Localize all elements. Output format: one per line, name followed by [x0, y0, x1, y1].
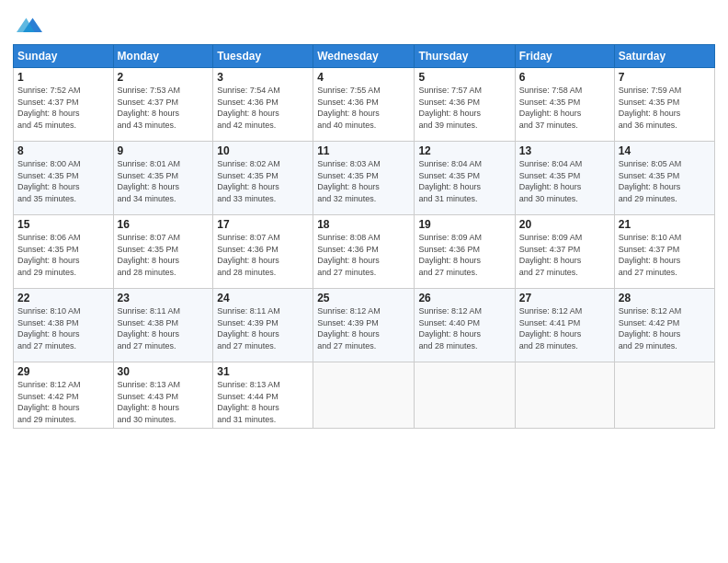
day-info: Sunrise: 8:04 AM Sunset: 4:35 PM Dayligh… [418, 158, 510, 204]
calendar-cell [515, 362, 614, 429]
calendar-cell: 20Sunrise: 8:09 AM Sunset: 4:37 PM Dayli… [515, 215, 614, 289]
day-info: Sunrise: 8:12 AM Sunset: 4:41 PM Dayligh… [519, 305, 610, 351]
day-number: 7 [619, 71, 711, 84]
calendar-cell: 14Sunrise: 8:05 AM Sunset: 4:35 PM Dayli… [614, 142, 714, 215]
calendar-cell: 5Sunrise: 7:57 AM Sunset: 4:36 PM Daylig… [415, 68, 515, 142]
calendar-cell: 28Sunrise: 8:12 AM Sunset: 4:42 PM Dayli… [614, 289, 714, 362]
weekday-header-friday: Friday [515, 45, 614, 68]
calendar-cell: 15Sunrise: 8:06 AM Sunset: 4:35 PM Dayli… [14, 215, 114, 289]
day-info: Sunrise: 8:11 AM Sunset: 4:39 PM Dayligh… [217, 305, 309, 351]
calendar-cell: 31Sunrise: 8:13 AM Sunset: 4:44 PM Dayli… [213, 362, 313, 429]
calendar-cell [313, 362, 415, 429]
day-info: Sunrise: 8:06 AM Sunset: 4:35 PM Dayligh… [17, 232, 109, 278]
day-number: 17 [217, 218, 309, 231]
calendar-cell: 16Sunrise: 8:07 AM Sunset: 4:35 PM Dayli… [113, 215, 213, 289]
day-info: Sunrise: 8:12 AM Sunset: 4:42 PM Dayligh… [17, 379, 109, 425]
weekday-header-tuesday: Tuesday [213, 45, 313, 68]
calendar-cell: 22Sunrise: 8:10 AM Sunset: 4:38 PM Dayli… [14, 289, 114, 362]
day-number: 4 [317, 71, 410, 84]
day-number: 12 [418, 144, 510, 157]
logo [13, 13, 42, 39]
day-info: Sunrise: 8:13 AM Sunset: 4:43 PM Dayligh… [118, 379, 210, 425]
calendar-cell: 29Sunrise: 8:12 AM Sunset: 4:42 PM Dayli… [14, 362, 114, 429]
calendar-cell: 23Sunrise: 8:11 AM Sunset: 4:38 PM Dayli… [113, 289, 213, 362]
calendar-cell: 27Sunrise: 8:12 AM Sunset: 4:41 PM Dayli… [515, 289, 614, 362]
calendar-cell: 21Sunrise: 8:10 AM Sunset: 4:37 PM Dayli… [614, 215, 714, 289]
day-number: 25 [317, 292, 410, 304]
day-number: 29 [17, 365, 109, 378]
day-number: 5 [418, 71, 510, 84]
day-number: 11 [317, 144, 410, 157]
calendar-cell: 13Sunrise: 8:04 AM Sunset: 4:35 PM Dayli… [515, 142, 614, 215]
day-number: 1 [17, 71, 109, 84]
day-info: Sunrise: 8:13 AM Sunset: 4:44 PM Dayligh… [217, 379, 309, 425]
calendar-cell: 10Sunrise: 8:02 AM Sunset: 4:35 PM Dayli… [213, 142, 313, 215]
day-number: 23 [118, 292, 210, 304]
calendar-cell: 7Sunrise: 7:59 AM Sunset: 4:35 PM Daylig… [614, 68, 714, 142]
day-number: 10 [217, 144, 309, 157]
calendar-cell: 12Sunrise: 8:04 AM Sunset: 4:35 PM Dayli… [415, 142, 515, 215]
day-info: Sunrise: 8:01 AM Sunset: 4:35 PM Dayligh… [118, 158, 210, 204]
day-info: Sunrise: 7:53 AM Sunset: 4:37 PM Dayligh… [118, 85, 210, 131]
day-info: Sunrise: 8:02 AM Sunset: 4:35 PM Dayligh… [217, 158, 309, 204]
day-info: Sunrise: 8:11 AM Sunset: 4:38 PM Dayligh… [118, 305, 210, 351]
day-number: 24 [217, 292, 309, 304]
calendar-cell: 2Sunrise: 7:53 AM Sunset: 4:37 PM Daylig… [113, 68, 213, 142]
calendar-cell: 4Sunrise: 7:55 AM Sunset: 4:36 PM Daylig… [313, 68, 415, 142]
day-number: 13 [519, 144, 610, 157]
day-number: 19 [418, 218, 510, 231]
day-number: 30 [118, 365, 210, 378]
weekday-header-monday: Monday [113, 45, 213, 68]
logo-icon [17, 13, 42, 39]
day-info: Sunrise: 8:10 AM Sunset: 4:37 PM Dayligh… [619, 232, 711, 278]
calendar-cell: 3Sunrise: 7:54 AM Sunset: 4:36 PM Daylig… [213, 68, 313, 142]
calendar-cell: 8Sunrise: 8:00 AM Sunset: 4:35 PM Daylig… [14, 142, 114, 215]
day-info: Sunrise: 7:57 AM Sunset: 4:36 PM Dayligh… [418, 85, 510, 131]
day-number: 6 [519, 71, 610, 84]
day-number: 15 [17, 218, 109, 231]
calendar-cell: 26Sunrise: 8:12 AM Sunset: 4:40 PM Dayli… [415, 289, 515, 362]
calendar-cell: 18Sunrise: 8:08 AM Sunset: 4:36 PM Dayli… [313, 215, 415, 289]
day-number: 28 [619, 292, 711, 304]
day-number: 8 [17, 144, 109, 157]
day-info: Sunrise: 8:10 AM Sunset: 4:38 PM Dayligh… [17, 305, 109, 351]
calendar-cell: 30Sunrise: 8:13 AM Sunset: 4:43 PM Dayli… [113, 362, 213, 429]
calendar-cell: 19Sunrise: 8:09 AM Sunset: 4:36 PM Dayli… [415, 215, 515, 289]
day-number: 22 [17, 292, 109, 304]
weekday-header-saturday: Saturday [614, 45, 714, 68]
day-number: 31 [217, 365, 309, 378]
day-number: 16 [118, 218, 210, 231]
day-info: Sunrise: 8:04 AM Sunset: 4:35 PM Dayligh… [519, 158, 610, 204]
day-info: Sunrise: 8:05 AM Sunset: 4:35 PM Dayligh… [619, 158, 711, 204]
day-info: Sunrise: 8:07 AM Sunset: 4:36 PM Dayligh… [217, 232, 309, 278]
day-info: Sunrise: 8:00 AM Sunset: 4:35 PM Dayligh… [17, 158, 109, 204]
calendar-cell: 24Sunrise: 8:11 AM Sunset: 4:39 PM Dayli… [213, 289, 313, 362]
calendar-cell: 25Sunrise: 8:12 AM Sunset: 4:39 PM Dayli… [313, 289, 415, 362]
calendar-cell [415, 362, 515, 429]
day-info: Sunrise: 7:55 AM Sunset: 4:36 PM Dayligh… [317, 85, 410, 131]
day-number: 27 [519, 292, 610, 304]
day-number: 2 [118, 71, 210, 84]
day-info: Sunrise: 7:52 AM Sunset: 4:37 PM Dayligh… [17, 85, 109, 131]
day-number: 20 [519, 218, 610, 231]
day-info: Sunrise: 7:59 AM Sunset: 4:35 PM Dayligh… [619, 85, 711, 131]
day-number: 14 [619, 144, 711, 157]
calendar-cell [614, 362, 714, 429]
calendar-cell: 11Sunrise: 8:03 AM Sunset: 4:35 PM Dayli… [313, 142, 415, 215]
day-number: 18 [317, 218, 410, 231]
calendar: SundayMondayTuesdayWednesdayThursdayFrid… [13, 44, 715, 429]
day-info: Sunrise: 8:12 AM Sunset: 4:42 PM Dayligh… [619, 305, 711, 351]
weekday-header-sunday: Sunday [14, 45, 114, 68]
calendar-cell: 6Sunrise: 7:58 AM Sunset: 4:35 PM Daylig… [515, 68, 614, 142]
day-number: 3 [217, 71, 309, 84]
day-info: Sunrise: 8:07 AM Sunset: 4:35 PM Dayligh… [118, 232, 210, 278]
calendar-cell: 17Sunrise: 8:07 AM Sunset: 4:36 PM Dayli… [213, 215, 313, 289]
calendar-cell: 1Sunrise: 7:52 AM Sunset: 4:37 PM Daylig… [14, 68, 114, 142]
weekday-header-wednesday: Wednesday [313, 45, 415, 68]
day-info: Sunrise: 8:09 AM Sunset: 4:36 PM Dayligh… [418, 232, 510, 278]
day-number: 21 [619, 218, 711, 231]
weekday-header-thursday: Thursday [415, 45, 515, 68]
day-info: Sunrise: 8:03 AM Sunset: 4:35 PM Dayligh… [317, 158, 410, 204]
calendar-cell: 9Sunrise: 8:01 AM Sunset: 4:35 PM Daylig… [113, 142, 213, 215]
day-info: Sunrise: 7:58 AM Sunset: 4:35 PM Dayligh… [519, 85, 610, 131]
